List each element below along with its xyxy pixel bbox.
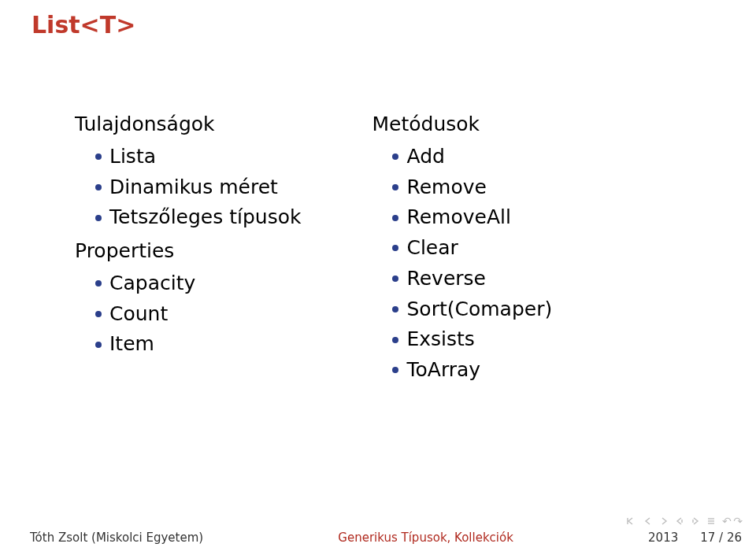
list-item: Sort(Comaper) xyxy=(392,294,552,325)
bullet-icon xyxy=(95,342,102,348)
item-label: Add xyxy=(406,142,444,172)
slide-content: Tulajdonságok Lista Dinamikus méret Tets… xyxy=(75,109,724,386)
left-list-2: Capacity Count Item xyxy=(95,268,301,360)
list-item: Lista xyxy=(95,142,301,172)
list-item: Dinamikus méret xyxy=(95,172,301,203)
item-label: Remove xyxy=(406,172,486,203)
bullet-icon xyxy=(95,153,102,160)
bullet-icon xyxy=(392,306,398,312)
bullet-icon xyxy=(95,280,102,287)
left-list-1: Lista Dinamikus méret Tetszőleges típuso… xyxy=(95,142,301,233)
nav-prev-sub-icon[interactable] xyxy=(675,516,684,526)
footer-title: Generikus Típusok, Kollekciók xyxy=(203,531,648,545)
item-label: Item xyxy=(109,329,154,360)
list-item: Count xyxy=(95,299,301,330)
footer-page: 17 / 26 xyxy=(700,531,742,545)
list-item: Exsists xyxy=(392,324,552,355)
list-item: Reverse xyxy=(392,264,552,294)
item-label: Dinamikus méret xyxy=(109,172,278,203)
footer-year: 2013 xyxy=(648,531,678,545)
bullet-icon xyxy=(392,276,398,282)
bullet-icon xyxy=(392,184,398,190)
item-label: Lista xyxy=(109,142,156,172)
list-item: Clear xyxy=(392,233,552,264)
bullet-icon xyxy=(95,184,102,190)
nav-undo-icon[interactable]: ↶ ↷ xyxy=(722,515,742,527)
right-list: Add Remove RemoveAll Clear Reverse Sort(… xyxy=(392,142,552,386)
item-label: Reverse xyxy=(406,264,486,294)
item-label: Count xyxy=(109,299,168,330)
list-item: Tetszőleges típusok xyxy=(95,202,301,233)
nav-next-icon[interactable] xyxy=(659,516,669,526)
bullet-icon xyxy=(392,337,398,343)
bullet-icon xyxy=(392,367,398,373)
left-heading-1: Tulajdonságok xyxy=(75,109,301,140)
bullet-icon xyxy=(392,245,398,251)
item-label: Tetszőleges típusok xyxy=(109,202,301,233)
slide-title: List<T> xyxy=(32,11,724,39)
item-label: RemoveAll xyxy=(406,202,510,233)
bullet-icon xyxy=(392,215,398,221)
bullet-icon xyxy=(392,153,398,160)
nav-prev-icon[interactable] xyxy=(643,516,653,526)
nav-first-icon[interactable] xyxy=(626,516,637,526)
slide-footer: Tóth Zsolt (Miskolci Egyetem) Generikus … xyxy=(0,531,756,545)
beamer-nav-icons: ↶ ↷ xyxy=(626,515,742,527)
item-label: Clear xyxy=(406,233,458,264)
left-column: Tulajdonságok Lista Dinamikus méret Tets… xyxy=(75,109,301,386)
footer-right: 2013 17 / 26 xyxy=(648,531,742,545)
left-heading-2: Properties xyxy=(75,236,301,267)
list-item: RemoveAll xyxy=(392,202,552,233)
list-item: ToArray xyxy=(392,355,552,386)
item-label: Exsists xyxy=(406,324,474,355)
item-label: ToArray xyxy=(406,355,480,386)
item-label: Sort(Comaper) xyxy=(406,294,552,325)
right-heading: Metódusok xyxy=(372,109,552,140)
list-item: Remove xyxy=(392,172,552,203)
list-item: Capacity xyxy=(95,268,301,299)
bullet-icon xyxy=(95,311,102,317)
footer-author: Tóth Zsolt (Miskolci Egyetem) xyxy=(30,531,203,545)
nav-next-sub-icon[interactable] xyxy=(691,516,700,526)
right-column: Metódusok Add Remove RemoveAll Clear Rev… xyxy=(372,109,552,386)
list-item: Add xyxy=(392,142,552,172)
slide: List<T> Tulajdonságok Lista Dinamikus mé… xyxy=(0,0,756,551)
nav-menu-icon[interactable] xyxy=(706,516,716,526)
list-item: Item xyxy=(95,329,301,360)
bullet-icon xyxy=(95,215,102,221)
item-label: Capacity xyxy=(109,268,195,299)
